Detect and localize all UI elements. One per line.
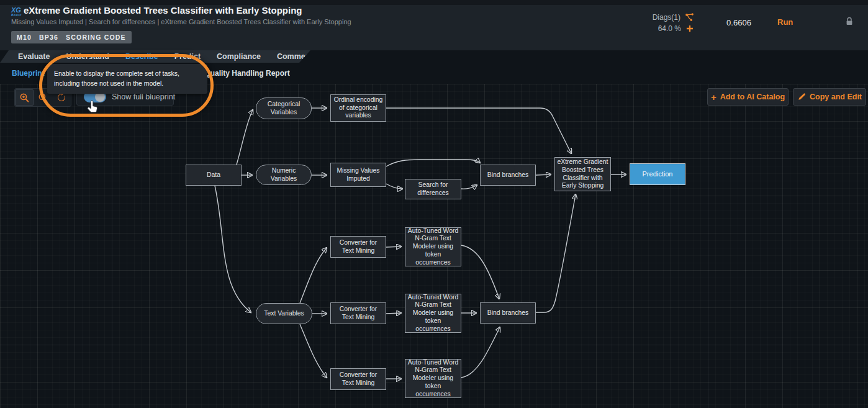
node-bind2[interactable]: Bind branches (480, 302, 536, 324)
node-xgb[interactable]: eXtreme Gradient Boosted Trees Classifie… (554, 157, 611, 191)
node-bind1[interactable]: Bind branches (480, 165, 536, 186)
node-label: eXtreme Gradient Boosted Trees Classifie… (557, 158, 608, 190)
tab-predict[interactable]: Predict (166, 52, 209, 61)
logo-line2: Boost (11, 14, 22, 17)
zoom-in-button[interactable] (15, 89, 34, 106)
node-atw3[interactable]: Auto-Tuned Word N-Gram Text Modeler usin… (405, 359, 461, 398)
badge-part-m10: M10 (17, 34, 32, 41)
copy-and-edit-button[interactable]: Copy and Edit (793, 88, 866, 106)
node-label: Numeric Variables (258, 167, 309, 183)
xgboost-logo-icon: XG Boost (11, 7, 22, 17)
badge-part-scoring-code: SCORING CODE (66, 34, 126, 41)
node-label: Bind branches (487, 309, 528, 317)
diagnostics-branch-icon (685, 12, 694, 22)
lock-icon[interactable] (844, 16, 854, 27)
model-badge: M10BP36SCORING CODE (11, 31, 132, 43)
run-button[interactable]: Run (777, 17, 793, 27)
node-numvar[interactable]: Numeric Variables (256, 165, 312, 185)
page-subtitle: Missing Values Imputed | Search for diff… (11, 18, 351, 25)
node-label: Auto-Tuned Word N-Gram Text Modeler usin… (407, 227, 459, 266)
node-textvar[interactable]: Text Variables (256, 303, 312, 324)
node-searchdiff[interactable]: Search for differences (405, 179, 461, 199)
sample-size-row[interactable]: 64.0 % (632, 24, 694, 33)
node-conv3[interactable]: Converter for Text Mining (330, 368, 386, 390)
page-title: eXtreme Gradient Boosted Trees Classifie… (24, 5, 302, 16)
node-data[interactable]: Data (186, 165, 242, 186)
pencil-icon (797, 93, 806, 101)
node-label: Auto-Tuned Word N-Gram Text Modeler usin… (407, 359, 459, 398)
tab-comments[interactable]: Comments (269, 52, 325, 61)
node-label: Converter for Text Mining (333, 239, 384, 255)
node-label: Data (207, 171, 220, 179)
model-header: XG Boost eXtreme Gradient Boosted Trees … (0, 5, 868, 50)
node-label: Search for differences (407, 181, 459, 197)
add-to-ai-catalog-button[interactable]: + Add to AI Catalog (707, 88, 789, 106)
node-ordenc[interactable]: Ordinal encoding of categorical variable… (330, 94, 386, 122)
node-atw1[interactable]: Auto-Tuned Word N-Gram Text Modeler usin… (405, 227, 461, 266)
zoom-out-icon (38, 93, 48, 103)
node-label: Ordinal encoding of categorical variable… (333, 96, 384, 120)
tab-evaluate[interactable]: Evaluate (10, 52, 58, 61)
node-label: Missing Values Imputed (333, 167, 384, 183)
node-label: Categorical Variables (258, 101, 309, 116)
badge-part-bp36: BP36 (39, 34, 58, 41)
validation-score: 0.6606 (719, 18, 759, 27)
node-conv2[interactable]: Converter for Text Mining (330, 302, 386, 324)
diagnostics-row[interactable]: Diags(1) (632, 12, 694, 22)
tab-compliance[interactable]: Compliance (209, 52, 269, 61)
subtab-blueprint[interactable]: Blueprint (12, 69, 45, 78)
copy-and-edit-label: Copy and Edit (810, 93, 862, 101)
sample-percent-label: 64.0 % (658, 24, 681, 33)
plus-icon: + (711, 93, 717, 102)
add-to-ai-catalog-label: Add to AI Catalog (720, 93, 785, 101)
tooltip-caret (122, 88, 130, 92)
node-label: Auto-Tuned Word N-Gram Text Modeler usin… (407, 294, 459, 333)
diags-label: Diags(1) (653, 13, 680, 22)
main-tab-row: EvaluateUnderstandDescribePredictComplia… (0, 50, 868, 63)
node-label: Prediction (643, 170, 673, 178)
node-catvar[interactable]: Categorical Variables (256, 97, 312, 119)
node-missimp[interactable]: Missing Values Imputed (330, 163, 386, 187)
node-label: Converter for Text Mining (333, 371, 384, 387)
toggle-label: Show full blueprint (112, 93, 175, 101)
node-conv1[interactable]: Converter for Text Mining (330, 236, 386, 258)
app-window: XG Boost eXtreme Gradient Boosted Trees … (0, 0, 868, 408)
window-top-strip (0, 0, 868, 5)
tab-understand[interactable]: Understand (58, 52, 117, 61)
tab-describe[interactable]: Describe (117, 52, 166, 61)
tab-bias-and-fairness[interactable]: Bias and Fairness (325, 52, 408, 61)
node-label: Converter for Text Mining (333, 306, 384, 321)
node-prediction[interactable]: Prediction (630, 163, 685, 185)
zoom-in-icon (19, 93, 30, 103)
main-tabs: EvaluateUnderstandDescribePredictComplia… (0, 50, 310, 63)
node-atw2[interactable]: Auto-Tuned Word N-Gram Text Modeler usin… (405, 294, 461, 333)
node-label: Text Variables (264, 310, 304, 318)
plus-icon[interactable] (685, 24, 694, 33)
refresh-icon (57, 93, 66, 102)
node-label: Bind branches (487, 171, 528, 179)
